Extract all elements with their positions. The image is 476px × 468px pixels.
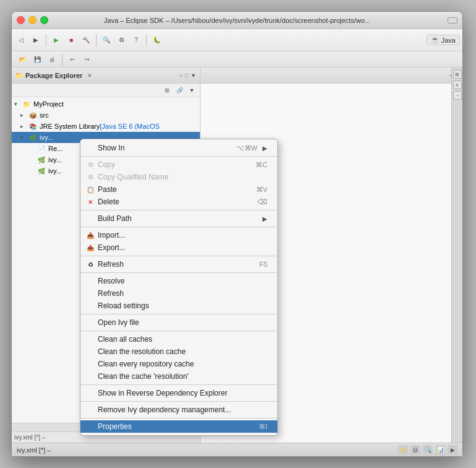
shortcut-delete: ⌫ — [257, 198, 267, 206]
tree-item-jre[interactable]: ▸ 📚 JRE System Library [Java SE 6 (MacOS — [12, 121, 200, 132]
tb2-sep — [62, 53, 63, 66]
menu-item-show-reverse[interactable]: Show in Reverse Dependency Explorer — [80, 387, 277, 399]
menu-item-clean-repo[interactable]: Clean every repository cache — [80, 358, 277, 370]
submenu-arrow-build-path: ▶ — [262, 215, 267, 222]
panel-close-button[interactable]: ✕ — [87, 72, 92, 79]
menu-item-clean-resolution[interactable]: Clean the resolution cache — [80, 345, 277, 358]
build-button[interactable]: 🔨 — [79, 33, 93, 47]
separator-3 — [80, 227, 277, 227]
status-icons: ⚡ @ 🔍 📊 ▶ — [398, 445, 457, 455]
close-button[interactable] — [17, 16, 25, 24]
menu-item-export[interactable]: 📤 Export... — [80, 241, 277, 254]
menu-item-refresh[interactable]: ♻ Refresh F5 — [80, 258, 277, 271]
tb2-btn5[interactable]: ↪ — [80, 53, 94, 66]
menu-label-show-reverse: Show in Reverse Dependency Explorer — [98, 389, 227, 397]
menu-label-resolve: Resolve — [98, 277, 124, 285]
separator-1 — [80, 156, 277, 157]
bottom-status-bar: ivy.xml [*] – ⚡ @ 🔍 📊 ▶ — [12, 443, 462, 456]
separator-5 — [80, 272, 277, 273]
edge-btn-2[interactable]: ≡ — [453, 80, 462, 89]
status-icon-2[interactable]: @ — [410, 445, 420, 455]
menu-item-properties[interactable]: Properties ⌘I — [80, 420, 277, 433]
expand-arrow-myproject: ▾ — [14, 101, 22, 107]
bottom-file-label: ivy.xml [*] – — [17, 446, 51, 454]
menu-item-paste[interactable]: 📋 Paste ⌘V — [80, 183, 277, 196]
status-icon-1[interactable]: ⚡ — [398, 445, 408, 455]
maximize-panel-button[interactable]: □ — [185, 72, 188, 79]
tree-label-src: src — [40, 111, 49, 119]
main-toolbar: ◁ ▶ ▶ ■ 🔨 🔍 ♻ ? 🐛 ☕ Java — [12, 29, 462, 51]
minimize-panel-button[interactable]: – — [180, 72, 183, 79]
menu-item-copy-qualified[interactable]: ⧉ Copy Qualified Name — [80, 171, 277, 183]
menu-item-open-ivy[interactable]: Open Ivy file — [80, 316, 277, 329]
secondary-toolbar: 📂 💾 🖨 ↩ ↪ — [12, 51, 462, 67]
stop-button[interactable]: ■ — [64, 33, 78, 47]
panel-title: Package Explorer — [25, 72, 82, 79]
panel-menu-button[interactable]: ▼ — [191, 72, 196, 79]
back-button[interactable]: ◁ — [14, 33, 28, 47]
tree-item-myproject[interactable]: ▾ 📁 MyProject — [12, 98, 200, 110]
tb2-btn2[interactable]: 💾 — [30, 53, 44, 66]
expand-arrow-ivy2 — [29, 157, 37, 163]
menu-label-clean-repo: Clean every repository cache — [98, 360, 194, 368]
tree-item-src[interactable]: ▸ 📦 src — [12, 110, 200, 121]
edge-btn-3[interactable]: → — [453, 91, 462, 100]
menu-item-show-in[interactable]: Show In ⌥⌘W ▶ — [80, 142, 277, 154]
submenu-arrow-show-in: ▶ — [262, 145, 267, 152]
minimize-button[interactable] — [28, 16, 37, 24]
copy-icon: ⧉ — [85, 160, 95, 170]
menu-item-delete[interactable]: ✕ Delete ⌫ — [80, 196, 277, 208]
status-icon-3[interactable]: 🔍 — [423, 445, 433, 455]
menu-item-refresh2[interactable]: Refresh — [80, 287, 277, 300]
menu-label-refresh: Refresh — [98, 260, 124, 269]
panel-header: 📁 Package Explorer ✕ – □ ▼ — [12, 67, 200, 84]
traffic-lights — [17, 16, 48, 24]
expand-arrow-ivy3 — [29, 168, 37, 174]
jre-version: [Java SE 6 (MacOS — [100, 123, 160, 130]
run-button[interactable]: ▶ — [50, 33, 63, 47]
search-button[interactable]: 🔍 — [100, 33, 113, 47]
menu-label-clean-cache-resolution: Clean the cache 'resolution' — [98, 372, 189, 381]
panel-menu-btn[interactable]: ▼ — [186, 85, 197, 96]
tb2-btn1[interactable]: 📂 — [15, 53, 29, 66]
status-icon-5[interactable]: ▶ — [448, 445, 457, 455]
tb2-btn4[interactable]: ↩ — [66, 53, 79, 66]
help-button[interactable]: ? — [129, 33, 143, 47]
maximize-button[interactable] — [40, 16, 48, 24]
shortcut-refresh: F5 — [259, 261, 267, 268]
menu-item-import[interactable]: 📥 Import... — [80, 229, 277, 241]
menu-item-build-path[interactable]: Build Path ▶ — [80, 212, 277, 225]
tree-label-ivy3: ivy... — [48, 167, 62, 175]
menu-label-refresh2: Refresh — [98, 289, 124, 298]
expand-arrow-ivy: ▾ — [20, 134, 28, 141]
perspective-java[interactable]: ☕ Java — [426, 35, 460, 45]
debug-button[interactable]: 🐛 — [150, 33, 163, 47]
expand-arrow-jre: ▸ — [20, 123, 28, 129]
tb2-btn3[interactable]: 🖨 — [45, 53, 59, 66]
menu-label-show-in: Show In — [98, 144, 124, 152]
menu-item-reload-settings[interactable]: Reload settings — [80, 300, 277, 312]
folder-icon: 📁 — [15, 72, 23, 79]
menu-item-copy[interactable]: ⧉ Copy ⌘C — [80, 158, 277, 171]
edge-btn-1[interactable]: ⊞ — [453, 70, 462, 79]
panel-header-buttons: – □ ▼ — [180, 72, 196, 79]
status-icon-4[interactable]: 📊 — [435, 445, 445, 455]
tree-label-re: Re... — [48, 145, 63, 152]
perspective-icon: ☕ — [431, 36, 439, 44]
shortcut-paste: ⌘V — [256, 186, 267, 194]
shortcut-copy: ⌘C — [256, 161, 267, 169]
menu-item-clean-all[interactable]: Clean all caches — [80, 333, 277, 345]
separator-4 — [80, 256, 277, 256]
collapse-all-button[interactable]: ⊞ — [162, 85, 173, 96]
menu-item-clean-cache-resolution[interactable]: Clean the cache 'resolution' — [80, 370, 277, 383]
menu-item-resolve[interactable]: Resolve — [80, 275, 277, 287]
resize-grip — [448, 17, 457, 24]
paste-icon: 📋 — [85, 184, 95, 194]
menu-item-remove-ivy[interactable]: Remove Ivy dependency management... — [80, 404, 277, 416]
link-editor-button[interactable]: 🔗 — [174, 85, 185, 96]
editor-header: – □ — [201, 67, 462, 84]
forward-button[interactable]: ▶ — [29, 33, 43, 47]
copy-qualified-icon: ⧉ — [85, 172, 95, 182]
refresh-button[interactable]: ♻ — [115, 33, 128, 47]
ivy2-icon: 🌿 — [37, 155, 46, 165]
